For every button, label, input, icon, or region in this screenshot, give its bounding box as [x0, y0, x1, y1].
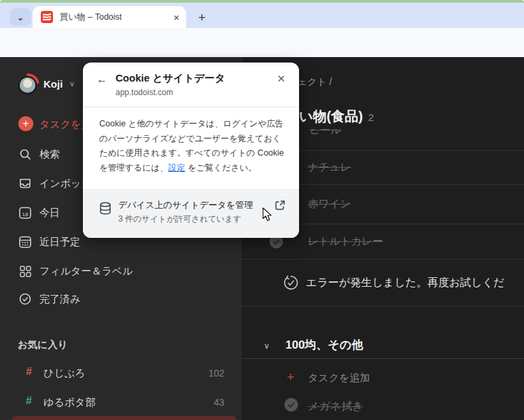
add-task-label: タスクを追加 — [308, 372, 370, 385]
settings-link[interactable]: 設定 — [168, 163, 185, 173]
calendar-today-icon: 18 — [18, 205, 33, 220]
inbox-icon — [18, 176, 33, 191]
manage-site-data-label: デバイス上のサイトデータを管理 — [118, 199, 253, 211]
sidebar-project-yurupota[interactable]: # ゆるポタ部 43 — [0, 392, 242, 413]
divider — [83, 107, 299, 107]
sidebar-item-filters-labels[interactable]: フィルター＆ラベル — [0, 260, 242, 282]
chevron-down-icon: ∨ — [69, 80, 75, 88]
dialog-title: Cookie とサイトデータ — [116, 72, 225, 85]
browser-tab[interactable]: 買い物 – Todoist × — [33, 6, 186, 28]
allowed-sites-count: 3 件のサイトが許可されています — [118, 213, 241, 225]
add-task-row[interactable]: + タスクを追加 — [242, 364, 524, 391]
error-row: エラーが発生しました。再度お試しくだ — [242, 260, 524, 307]
hash-icon: # — [26, 366, 32, 378]
task-count: 43 — [213, 397, 224, 408]
plus-icon: + — [198, 10, 205, 25]
task-title: ビール — [309, 129, 341, 137]
tab-strip: ⌄ 買い物 – Todoist × + — [0, 3, 524, 28]
calendar-upcoming-icon — [18, 234, 33, 249]
tab-search-button[interactable]: ⌄ — [10, 8, 31, 26]
tab-title: 買い物 – Todoist — [60, 12, 162, 23]
selected-project-highlight[interactable] — [12, 416, 237, 420]
task-title: ナチュレ — [308, 160, 351, 175]
hash-icon: # — [26, 395, 32, 407]
external-link-icon — [275, 200, 285, 211]
chevron-down-icon[interactable]: ∨ — [264, 341, 270, 351]
sidebar-project-hijiburo[interactable]: # ひじぶろ 102 — [0, 363, 242, 383]
mouse-cursor — [262, 207, 274, 222]
new-tab-button[interactable]: + — [193, 9, 211, 27]
account-menu[interactable] — [16, 73, 39, 97]
section-title[interactable]: 100均、その他 — [285, 337, 363, 353]
favorites-header[interactable]: お気に入り — [18, 338, 68, 351]
grid-icon — [18, 264, 33, 279]
close-icon[interactable]: ✕ — [277, 73, 285, 85]
task-title: 赤ワイン — [308, 197, 351, 211]
chevron-down-icon: ⌄ — [17, 12, 24, 22]
search-icon — [18, 147, 33, 162]
browser-toolbar: ← → ↻ app.todoist.com/app/project/ — [0, 28, 524, 57]
task-title: メガネ拭き — [308, 400, 364, 414]
plus-icon: + — [287, 370, 294, 383]
user-name[interactable]: Koji — [43, 78, 63, 90]
check-circle-icon — [18, 292, 33, 307]
task-count: 102 — [209, 368, 224, 379]
dialog-body: Cookie と他のサイトデータは、ログインや広告のパーソナライズなどでユーザー… — [99, 117, 287, 175]
task-title: レトルトカレー — [308, 234, 383, 249]
project-count: 2 — [368, 111, 374, 123]
sidebar-item-completed[interactable]: 完了済み — [0, 288, 242, 310]
dialog-domain: app.todoist.com — [116, 88, 173, 97]
avatar — [18, 76, 37, 94]
back-arrow-icon[interactable]: ← — [97, 73, 107, 86]
add-task-plus-icon[interactable]: + — [18, 116, 33, 131]
tab-close-icon[interactable]: × — [173, 12, 179, 22]
retry-check-icon[interactable] — [283, 275, 299, 291]
database-icon — [99, 202, 111, 215]
svg-text:18: 18 — [22, 211, 29, 217]
completed-check-icon[interactable] — [284, 398, 298, 412]
section-header: ∨ 100均、その他 — [242, 335, 524, 359]
screenshot: ⌄ 買い物 – Todoist × + ← → ↻ ap — [0, 0, 524, 420]
task-row[interactable]: メガネ拭き — [242, 394, 524, 420]
todoist-favicon-icon — [41, 11, 53, 23]
error-message: エラーが発生しました。再度お試しくだ — [306, 276, 504, 290]
